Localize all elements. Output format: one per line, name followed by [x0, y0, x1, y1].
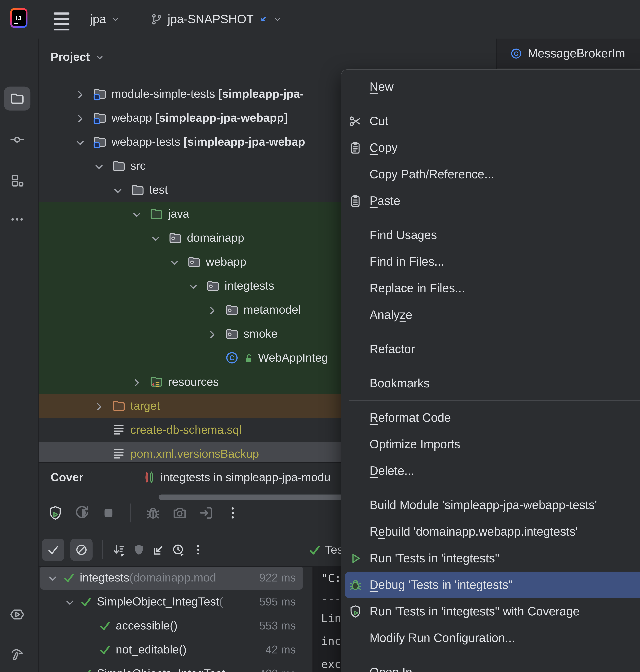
vcs-branch-widget[interactable]: jpa-SNAPSHOT — [144, 10, 288, 29]
menu-item-analyze[interactable]: Analyze — [341, 302, 640, 328]
tree-toggle[interactable] — [206, 327, 219, 340]
coverage-tab-label[interactable]: Cover — [50, 471, 83, 484]
coverage-filter-icon[interactable] — [132, 543, 146, 557]
exit-coverage-icon[interactable] — [198, 505, 214, 521]
stripe-button-commit[interactable] — [4, 128, 30, 152]
tree-toggle[interactable] — [112, 183, 124, 196]
stripe-button-project[interactable] — [4, 87, 30, 110]
main-menu-icon[interactable] — [54, 13, 70, 31]
svg-text:C: C — [230, 354, 235, 362]
chevron-down-icon — [95, 53, 104, 62]
tree-item-label: java — [168, 207, 189, 221]
coverage-suite-label[interactable]: integtests in simpleapp-jpa-modu — [161, 471, 331, 484]
menu-item-label: Delete... — [369, 464, 414, 478]
rerun-icon[interactable] — [74, 505, 90, 521]
package-folder-icon — [187, 255, 201, 269]
tree-toggle[interactable] — [93, 399, 105, 412]
toolbar-button-show-ignored[interactable] — [70, 539, 92, 561]
tree-toggle[interactable] — [63, 667, 76, 672]
tree-toggle[interactable] — [130, 375, 143, 388]
menu-item-rebuild-domainapp-webapp-integtests[interactable]: Rebuild 'domainapp.webapp.integtests' — [341, 519, 640, 545]
menu-item-modify-run-configuration[interactable]: Modify Run Configuration... — [341, 625, 640, 651]
editor-tab[interactable]: C MessageBrokerIm — [510, 47, 625, 60]
sort-by-duration-icon[interactable] — [112, 543, 126, 557]
stripe-button-build[interactable] — [4, 642, 30, 666]
show-passed-icon — [46, 543, 60, 557]
menu-item-debug-tests-in-integtests[interactable]: Debug 'Tests in 'integtests'' — [345, 571, 640, 598]
tree-toggle[interactable] — [187, 279, 200, 292]
test-row-simpleobject-integtest[interactable]: SimpleObject_IntegTest(595 ms — [39, 589, 303, 614]
menu-item-reformat-code[interactable]: Reformat Code — [341, 404, 640, 431]
chevron-down-icon — [168, 256, 181, 269]
menu-item-run-tests-in-integtests[interactable]: Run 'Tests in 'integtests'' — [341, 545, 640, 571]
menu-separator — [349, 218, 640, 218]
tree-toggle[interactable] — [93, 160, 105, 172]
resources-folder-icon — [149, 375, 164, 389]
chevron-right-icon — [206, 328, 219, 341]
tree-item-label: src — [130, 159, 146, 173]
test-duration: 400 ms — [254, 667, 296, 672]
menu-item-label: Find in Files... — [369, 255, 444, 269]
file-icon — [112, 447, 126, 461]
import-test-results-icon[interactable] — [152, 543, 165, 557]
tree-item-label: metamodel — [244, 303, 301, 316]
test-row-simpleobjects-integtest[interactable]: SimpleObjects_IntegTest400 ms — [39, 662, 303, 672]
intellij-logo-icon[interactable]: IJ — [10, 8, 27, 28]
menu-item-run-tests-in-integtests-with-coverage[interactable]: Run 'Tests in 'integtests'' with Coverag… — [341, 598, 640, 625]
menu-item-optimize-imports[interactable]: Optimize Imports — [341, 431, 640, 458]
tree-toggle[interactable] — [74, 111, 87, 124]
tree-toggle[interactable] — [63, 595, 76, 608]
module-folder-icon — [93, 110, 107, 125]
menu-item-label: Run 'Tests in 'integtests'' — [369, 552, 499, 565]
stripe-button-run[interactable] — [4, 602, 30, 626]
toolbar-button-show-passed[interactable] — [42, 539, 64, 561]
menu-item-open-in[interactable]: Open In — [341, 659, 640, 672]
menu-item-build-module-simpleapp-jpa-webapp-tests[interactable]: Build Module 'simpleapp-jpa-webapp-tests… — [341, 492, 640, 519]
tree-toggle[interactable] — [130, 207, 143, 220]
test-passed-icon — [99, 643, 111, 656]
stripe-button-structure[interactable] — [4, 168, 30, 192]
tree-toggle[interactable] — [149, 232, 162, 244]
chevron-down-icon — [63, 668, 76, 672]
test-row-integtests[interactable]: integtests (domainapp.mod922 ms — [40, 567, 303, 589]
menu-item-label: Cut — [369, 114, 388, 128]
tree-toggle[interactable] — [74, 135, 87, 148]
module-folder-icon — [93, 87, 107, 101]
file-icon — [112, 422, 126, 437]
more-options-icon[interactable] — [224, 505, 241, 521]
copy-icon — [348, 140, 363, 155]
menu-item-find-usages[interactable]: Find Usages — [341, 222, 640, 249]
debug-rerun-icon[interactable] — [145, 505, 161, 521]
menu-item-label: Build Module 'simpleapp-jpa-webapp-tests… — [369, 498, 597, 512]
rerun-with-coverage-icon[interactable] — [47, 505, 63, 521]
tree-toggle — [82, 619, 95, 632]
more-test-options-icon[interactable] — [191, 543, 205, 557]
test-results-tree: integtests (domainapp.mod922 msSimpleObj… — [39, 567, 303, 672]
menu-item-find-in-files[interactable]: Find in Files... — [341, 249, 640, 275]
menu-item-new[interactable]: New — [341, 74, 640, 100]
menu-item-replace-in-files[interactable]: Replace in Files... — [341, 275, 640, 302]
tree-toggle[interactable] — [206, 303, 219, 316]
test-row-accessible-[interactable]: accessible()553 ms — [39, 614, 303, 638]
menu-item-refactor[interactable]: Refactor — [341, 336, 640, 362]
menu-item-bookmarks[interactable]: Bookmarks — [341, 370, 640, 397]
menu-item-paste[interactable]: Paste — [341, 188, 640, 214]
scissors-icon — [348, 114, 363, 129]
stop-icon[interactable] — [100, 505, 117, 521]
menu-item-label: Rebuild 'domainapp.webapp.integtests' — [369, 525, 578, 539]
menu-item-cut[interactable]: Cut — [341, 108, 640, 134]
test-row-not-editable-[interactable]: not_editable()42 ms — [39, 638, 303, 662]
tree-item-label: domainapp — [187, 231, 244, 244]
tree-toggle[interactable] — [74, 88, 87, 100]
menu-item-delete[interactable]: Delete... — [341, 458, 640, 484]
test-history-icon[interactable] — [172, 543, 185, 557]
tree-toggle[interactable] — [46, 571, 59, 584]
test-snapshot-icon[interactable] — [172, 505, 188, 521]
excluded-folder-icon — [112, 399, 126, 413]
menu-item-copy-path-reference[interactable]: Copy Path/Reference... — [341, 161, 640, 188]
stripe-button-more-tool-windows[interactable] — [4, 207, 30, 232]
tree-toggle[interactable] — [168, 255, 181, 268]
menu-item-copy[interactable]: Copy — [341, 134, 640, 161]
project-widget[interactable]: jpa — [84, 10, 126, 29]
tree-item-label: pom.xml.versionsBackup — [130, 447, 259, 460]
